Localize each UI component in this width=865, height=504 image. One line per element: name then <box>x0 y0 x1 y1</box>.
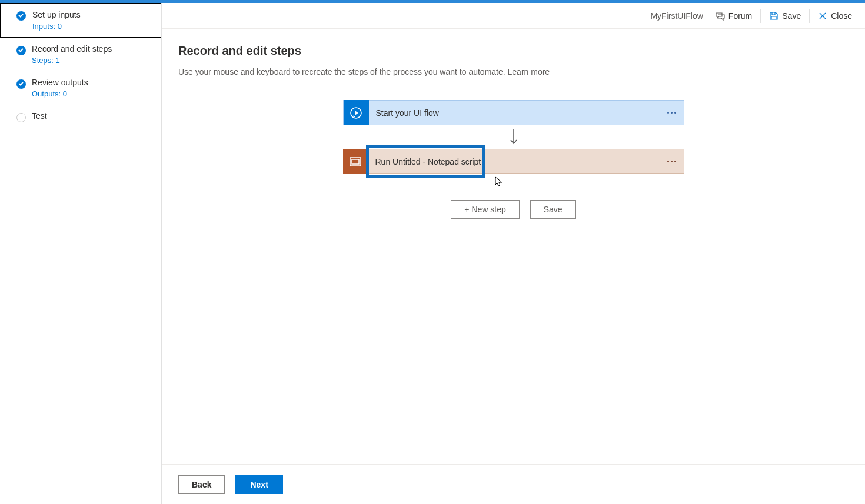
wizard-step-review-outputs[interactable]: Review outputs Outputs: 0 <box>0 71 161 105</box>
close-icon <box>818 11 827 21</box>
wizard-step-sub: Steps: 1 <box>32 56 155 65</box>
header-close-button[interactable]: Close <box>810 3 860 29</box>
header-save-button[interactable]: Save <box>761 3 809 29</box>
play-icon <box>344 100 369 125</box>
wizard-step-sub: Inputs: 0 <box>32 22 155 31</box>
forum-icon <box>716 11 725 21</box>
wizard-step-setup-inputs[interactable]: Set up inputs Inputs: 0 <box>0 3 161 38</box>
wizard-step-label: Review outputs <box>32 78 155 87</box>
wizard-sidebar: Set up inputs Inputs: 0 Record and edit … <box>0 3 162 504</box>
new-step-button[interactable]: + New step <box>451 200 519 219</box>
flow-card-script[interactable]: Run Untitled - Notepad script <box>343 149 684 174</box>
wizard-step-label: Test <box>32 111 155 121</box>
next-button[interactable]: Next <box>235 475 282 494</box>
forum-button[interactable]: Forum <box>707 3 760 29</box>
save-label: Save <box>782 11 801 21</box>
save-button[interactable]: Save <box>530 200 576 219</box>
footer-bar: Back Next <box>162 464 865 504</box>
page-description: Use your mouse and keyboard to recreate … <box>178 67 849 76</box>
flow-card-start[interactable]: Start your UI flow <box>343 100 684 125</box>
forum-label: Forum <box>728 11 752 21</box>
arrow-icon <box>508 125 520 149</box>
close-label: Close <box>831 11 852 21</box>
flow-name: MyFirstUIFlow <box>650 11 703 21</box>
card-menu-button[interactable] <box>660 161 684 162</box>
circle-icon <box>16 113 26 122</box>
cursor-icon <box>495 176 503 187</box>
header-bar: MyFirstUIFlow Forum Save Close <box>162 3 865 29</box>
wizard-step-record-edit[interactable]: Record and edit steps Steps: 1 <box>0 38 161 71</box>
more-icon <box>667 161 676 162</box>
check-icon <box>16 11 26 21</box>
check-icon <box>16 46 26 55</box>
wizard-step-label: Set up inputs <box>32 10 155 19</box>
flow-card-label: Start your UI flow <box>369 108 660 118</box>
page-title: Record and edit steps <box>178 44 849 58</box>
more-icon <box>667 112 676 114</box>
wizard-step-sub: Outputs: 0 <box>32 89 155 98</box>
flow-card-label: Run Untitled - Notepad script <box>368 157 660 166</box>
wizard-step-label: Record and edit steps <box>32 44 155 54</box>
back-button[interactable]: Back <box>178 475 225 494</box>
save-icon <box>769 11 778 21</box>
svg-rect-3 <box>352 159 359 164</box>
wizard-step-test[interactable]: Test <box>0 105 161 127</box>
window-icon <box>343 149 368 174</box>
page-description-text: Use your mouse and keyboard to recreate … <box>178 67 508 76</box>
check-icon <box>16 79 26 89</box>
card-menu-button[interactable] <box>660 112 684 114</box>
learn-more-link[interactable]: Learn more <box>508 67 550 76</box>
